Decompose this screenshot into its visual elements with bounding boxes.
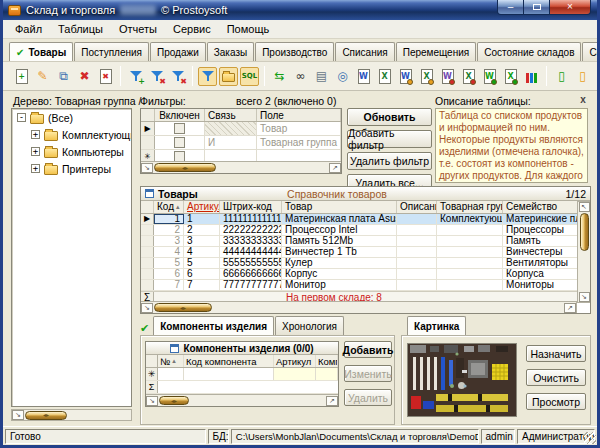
- tree-expander-icon[interactable]: +: [31, 147, 40, 156]
- filter-row-0[interactable]: ▶Товар: [141, 122, 341, 136]
- minimize-button[interactable]: –: [498, 0, 524, 14]
- table-cell[interactable]: [437, 280, 503, 290]
- export-report-word-icon[interactable]: W: [480, 67, 499, 86]
- table-row[interactable]: 333333333333333Память 512MbПамять: [141, 236, 591, 247]
- filters-hscroll-thumb[interactable]: [154, 163, 216, 172]
- table-cell[interactable]: Монитор: [282, 280, 397, 290]
- table-cell[interactable]: Винчестер 1 Tb: [282, 247, 397, 257]
- filter-checkbox[interactable]: [174, 123, 185, 134]
- picture-button-2[interactable]: Просмотр: [526, 393, 586, 410]
- picture-button-1[interactable]: Очистить: [526, 369, 586, 386]
- table-cell[interactable]: Память 512Mb: [282, 236, 397, 246]
- tree-item-0[interactable]: -(Все): [12, 109, 131, 126]
- table-row[interactable]: ▶111111111111111Материнская плата AsusКо…: [141, 214, 591, 225]
- delete-table-icon[interactable]: ✖: [96, 67, 115, 86]
- excel-template-icon[interactable]: X: [417, 67, 436, 86]
- filter-field-cell[interactable]: Товар: [257, 122, 341, 135]
- resize-grip[interactable]: [584, 432, 596, 444]
- delete-icon[interactable]: ✖: [75, 67, 94, 86]
- tree-expander-icon[interactable]: +: [31, 164, 40, 173]
- tab-5[interactable]: Списания: [335, 42, 394, 61]
- menu-item-3[interactable]: Сервис: [165, 21, 219, 37]
- table-cell[interactable]: 6: [184, 269, 220, 279]
- components-header-0[interactable]: №▴: [158, 355, 184, 367]
- components-new-row[interactable]: ✳: [146, 368, 338, 381]
- tab-2[interactable]: Продажи: [150, 42, 206, 61]
- table-cell[interactable]: [397, 247, 437, 257]
- table-cell[interactable]: [397, 236, 437, 246]
- menu-item-2[interactable]: Отчеты: [111, 21, 165, 37]
- filter-delete-icon[interactable]: ✖: [147, 67, 166, 86]
- components-hscroll-right-icon[interactable]: ↗: [326, 396, 338, 406]
- chart-icon[interactable]: [522, 67, 541, 86]
- table-cell[interactable]: [437, 247, 503, 257]
- table-row[interactable]: 555555555555555КулерВентиляторы: [141, 258, 591, 269]
- column-settings-icon[interactable]: ▯: [573, 67, 592, 86]
- products-header-1[interactable]: Артикул: [184, 201, 220, 213]
- table-cell[interactable]: [437, 225, 503, 235]
- table-cell[interactable]: 5: [184, 258, 220, 268]
- products-header-4[interactable]: Описание: [397, 201, 437, 213]
- export-report-excel-icon[interactable]: X: [501, 67, 520, 86]
- tab-6[interactable]: Перемещения: [396, 42, 477, 61]
- table-cell[interactable]: Комплектующие: [437, 214, 503, 224]
- components-hscrollbar[interactable]: ↘ ↗: [146, 394, 338, 406]
- filter-link-cell[interactable]: [205, 122, 257, 135]
- products-vscroll-thumb[interactable]: [580, 213, 589, 251]
- components-button-0[interactable]: Добавить: [344, 341, 392, 358]
- filter-link-cell[interactable]: И: [205, 136, 257, 149]
- table-cell[interactable]: [437, 236, 503, 246]
- tree-item-3[interactable]: +Принтеры: [12, 160, 131, 177]
- tab-3[interactable]: Заказы: [207, 42, 254, 61]
- menu-item-1[interactable]: Таблицы: [50, 21, 111, 37]
- menu-item-4[interactable]: Помощь: [219, 21, 278, 37]
- table-cell[interactable]: Корпус: [282, 269, 397, 279]
- products-header-2[interactable]: Штрих-код: [220, 201, 282, 213]
- products-hscroll-thumb[interactable]: [154, 303, 212, 312]
- tree-expander-icon[interactable]: +: [31, 130, 40, 139]
- table-row[interactable]: 666666666666666КорпусКорпуса: [141, 269, 591, 280]
- table-cell[interactable]: 5: [154, 258, 184, 268]
- components-cell[interactable]: [274, 368, 316, 380]
- filters-grid[interactable]: ВключенСвязьПоле▶ТоварИТоварная группа✳↘…: [140, 108, 342, 174]
- table-cell[interactable]: 3: [184, 236, 220, 246]
- table-cell[interactable]: [397, 280, 437, 290]
- refresh-icon[interactable]: ⇆: [270, 67, 289, 86]
- picture-button-0[interactable]: Назначить: [526, 345, 586, 362]
- components-header-3[interactable]: Компонент: [316, 355, 338, 367]
- components-hscroll-thumb[interactable]: [159, 396, 189, 405]
- tree-expander-icon[interactable]: -: [17, 113, 26, 122]
- filter-clear-icon[interactable]: ✖: [168, 67, 187, 86]
- filter-button-0[interactable]: Обновить: [347, 108, 432, 126]
- tree-hscroll-corner-icon[interactable]: ↘: [12, 410, 24, 420]
- components-grid[interactable]: Компоненты изделия (0/0) №▴Код компонент…: [145, 341, 339, 407]
- filter-button-1[interactable]: Добавить фильтр: [347, 130, 432, 148]
- tab-0[interactable]: ✔Товары: [9, 42, 73, 61]
- column-add-icon[interactable]: ▯: [552, 67, 571, 86]
- table-cell[interactable]: [397, 225, 437, 235]
- table-cell[interactable]: Кулер: [282, 258, 397, 268]
- tree-item-2[interactable]: +Компьютеры: [12, 143, 131, 160]
- components-button-1[interactable]: Изменить: [344, 365, 392, 382]
- subtab-1[interactable]: Хронология: [275, 316, 344, 335]
- excel-report-icon[interactable]: X: [459, 67, 478, 86]
- filter-row-1[interactable]: ИТоварная группа: [141, 136, 341, 150]
- products-header-3[interactable]: Товар: [282, 201, 397, 213]
- copy-icon[interactable]: ⧉: [54, 67, 73, 86]
- products-grid[interactable]: Товары Справочник товаров 1/12 Код▴Артик…: [140, 186, 591, 314]
- table-cell[interactable]: 6: [154, 269, 184, 279]
- components-cell[interactable]: [316, 368, 338, 380]
- print-icon[interactable]: ▤: [312, 67, 331, 86]
- maximize-button[interactable]: [524, 0, 550, 14]
- product-picture[interactable]: [407, 343, 517, 417]
- add-record-icon[interactable]: +: [12, 67, 31, 86]
- filter-checkbox[interactable]: [174, 137, 185, 148]
- table-row[interactable]: 222222222222222Процессор IntelПроцессоры: [141, 225, 591, 236]
- table-cell[interactable]: 3: [154, 236, 184, 246]
- tree-item-1[interactable]: +Комплектующие: [12, 126, 131, 143]
- menu-item-0[interactable]: Файл: [7, 21, 50, 37]
- table-cell[interactable]: 1111111111111: [220, 214, 282, 224]
- filter-add-icon[interactable]: +: [126, 67, 145, 86]
- table-cell[interactable]: 3333333333333: [220, 236, 282, 246]
- description-close-button[interactable]: x: [577, 94, 589, 106]
